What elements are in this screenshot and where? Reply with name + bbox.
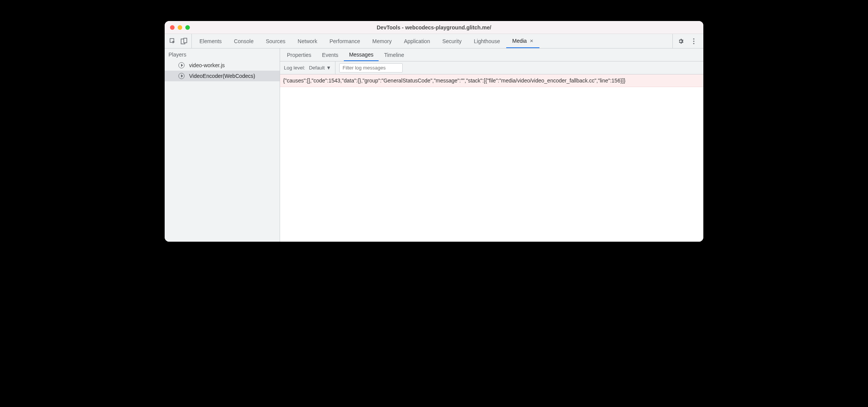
svg-point-4 [693,40,694,42]
player-item-label: video-worker.js [189,62,225,68]
loglevel-select[interactable]: Default ▼ [309,61,335,74]
play-circle-icon [178,73,185,79]
tab-label: Application [404,38,430,44]
subtabs: Properties Events Messages Timeline [280,48,703,61]
subtab-label: Timeline [384,52,404,58]
subtab-messages[interactable]: Messages [344,48,379,61]
tab-label: Lighthouse [474,38,500,44]
subtab-events[interactable]: Events [317,48,344,61]
tab-memory[interactable]: Memory [366,34,398,48]
main-panel: Properties Events Messages Timeline Log … [280,48,703,242]
main-tabbar: Elements Console Sources Network Perform… [165,34,703,48]
content-area: Players video-worker.js VideoEncoder(Web… [165,48,703,242]
devtools-window: DevTools - webcodecs-playground.glitch.m… [165,21,703,242]
chevron-down-icon: ▼ [326,65,331,71]
subtab-properties[interactable]: Properties [282,48,317,61]
player-item[interactable]: VideoEncoder(WebCodecs) [165,71,280,81]
tabbar-right-tools [672,34,700,48]
tab-security[interactable]: Security [436,34,468,48]
tab-sources[interactable]: Sources [260,34,291,48]
close-icon[interactable]: × [530,38,533,44]
settings-gear-icon[interactable] [677,38,684,45]
svg-point-5 [693,43,694,44]
titlebar: DevTools - webcodecs-playground.glitch.m… [165,21,703,34]
tab-performance[interactable]: Performance [323,34,366,48]
tab-label: Sources [266,38,285,44]
subtab-label: Properties [287,52,311,58]
loglevel-value: Default [309,65,325,71]
tab-label: Media [512,38,527,44]
tab-media[interactable]: Media × [506,34,539,48]
play-circle-icon [178,62,185,68]
tab-label: Network [298,38,317,44]
tab-console[interactable]: Console [228,34,259,48]
subtab-label: Messages [349,52,374,58]
player-item-label: VideoEncoder(WebCodecs) [189,73,255,79]
subtab-timeline[interactable]: Timeline [379,48,409,61]
subtab-label: Events [322,52,338,58]
tab-label: Security [442,38,462,44]
tab-application[interactable]: Application [398,34,436,48]
filterbar: Log level: Default ▼ [280,61,703,74]
close-window-button[interactable] [170,25,175,30]
tab-label: Memory [372,38,392,44]
svg-point-3 [693,38,694,39]
tab-label: Elements [199,38,222,44]
window-title: DevTools - webcodecs-playground.glitch.m… [165,24,703,31]
tab-label: Performance [329,38,360,44]
log-message-text: {"causes":[],"code":1543,"data":{},"grou… [283,78,625,84]
player-item[interactable]: video-worker.js [165,60,280,71]
main-tabs: Elements Console Sources Network Perform… [193,34,672,48]
tab-elements[interactable]: Elements [193,34,228,48]
device-toolbar-icon[interactable] [181,38,188,45]
log-message-row[interactable]: {"causes":[],"code":1543,"data":{},"grou… [280,74,703,87]
maximize-window-button[interactable] [185,25,190,30]
tab-label: Console [234,38,253,44]
tab-lighthouse[interactable]: Lighthouse [468,34,506,48]
inspect-element-icon[interactable] [169,38,176,45]
players-sidebar: Players video-worker.js VideoEncoder(Web… [165,48,280,242]
more-vertical-icon[interactable] [690,38,697,45]
filter-input[interactable] [339,63,403,73]
messages-area: {"causes":[],"code":1543,"data":{},"grou… [280,74,703,242]
minimize-window-button[interactable] [178,25,182,30]
tab-network[interactable]: Network [291,34,323,48]
tabbar-left-tools [168,34,192,48]
loglevel-label: Log level: [284,65,305,71]
svg-rect-2 [184,38,187,43]
sidebar-header: Players [165,48,280,60]
traffic-lights [165,25,190,30]
